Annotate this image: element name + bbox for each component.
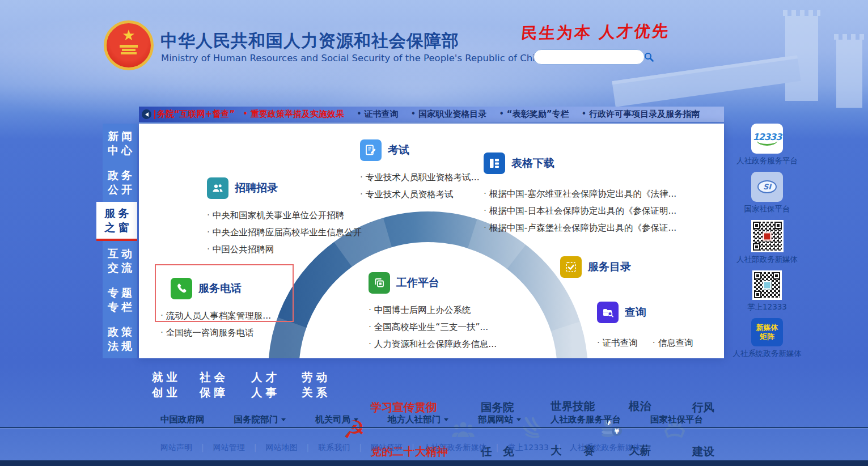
rail-item-new-media-qr[interactable]: 人社部政务新媒体 — [736, 220, 798, 264]
work-platform-icon — [369, 272, 390, 294]
footer-link[interactable]: 网站值班 — [350, 443, 403, 453]
footer-link[interactable]: 网站地图 — [245, 443, 298, 453]
service-link[interactable]: 专业技术人员职业资格考试... — [360, 169, 480, 186]
footer-link[interactable]: 掌上12333 — [487, 443, 549, 453]
great-wall-illustration — [619, 0, 868, 108]
ticker-prev-button[interactable] — [142, 109, 151, 119]
ticker-link[interactable]: “表彰奖励”专栏 — [499, 109, 569, 120]
rail-item-mobile-12333-qr[interactable]: 掌上12333 — [747, 270, 787, 312]
section-title[interactable]: 招聘招录 — [235, 181, 278, 196]
right-rail: 12333 人社政务服务平台 SI 国家社保平台 人社部政务新媒体 掌上1233… — [739, 124, 795, 365]
ticker-link[interactable]: 证书查询 — [357, 109, 399, 120]
section-exams: 考试 专业技术人员职业资格考试...专业技术人员资格考试 — [360, 139, 480, 203]
footer-link[interactable]: 联系我们 — [297, 443, 350, 453]
section-service-phone: 服务电话 流动人员人事档案管理服...全国统一咨询服务电话 — [160, 278, 271, 341]
search-icon[interactable] — [644, 50, 654, 64]
section-title[interactable]: 考试 — [388, 143, 409, 158]
ticker-link[interactable]: 行政许可事项目录及服务指南 — [582, 109, 700, 120]
page: ★ 中华人民共和国人力资源和社会保障部 Ministry of Human Re… — [0, 0, 868, 466]
service-link[interactable]: 证书查询 — [597, 334, 638, 351]
emblem-star-icon: ★ — [122, 27, 135, 44]
section-title[interactable]: 查询 — [625, 305, 646, 320]
left-arrow-icon — [143, 112, 149, 117]
quick-link-labor-relations[interactable]: 劳动 关系 — [302, 370, 327, 400]
section-recruitment: 招聘招录 中央和国家机关事业单位公开招聘中央企业招聘应届高校毕业生信息公开中国公… — [207, 177, 362, 258]
logo-12333[interactable]: 12333 — [751, 124, 783, 154]
service-link[interactable]: 信息查询 — [653, 334, 693, 351]
service-link[interactable]: 中央企业招聘应届高校毕业生信息公开 — [207, 224, 362, 241]
sidebar-item-interaction[interactable]: 互动 交流 — [103, 241, 137, 280]
ticker-link[interactable]: 重要政策举措及实施效果 — [243, 109, 344, 120]
footer-nav-state-council-depts[interactable]: 国务院部门 — [234, 414, 286, 426]
left-nav: 新闻 中心 政务 公开 服务 之窗 互动 交流 专题 专栏 政策 法规 — [96, 124, 137, 358]
new-media-matrix-badge[interactable]: 新媒体 矩阵 — [751, 318, 783, 346]
footer-link[interactable]: 人社部政务新媒体 — [403, 443, 487, 453]
site-subtitle: Ministry of Human Resources and Social S… — [161, 53, 547, 63]
service-link[interactable]: 全国统一咨询服务电话 — [160, 324, 271, 341]
bottom-bar — [0, 460, 868, 466]
footer-nav-local-depts[interactable]: 地方人社部门 — [388, 414, 448, 426]
exam-pen-icon — [360, 139, 382, 161]
logo-si[interactable]: SI — [751, 172, 783, 202]
section-title[interactable]: 工作平台 — [396, 276, 439, 290]
search-box[interactable] — [533, 49, 645, 65]
sidebar-item-gov-affairs[interactable]: 政务 公开 — [103, 163, 137, 202]
national-emblem-logo: ★ — [104, 20, 154, 70]
qr-code[interactable] — [751, 220, 784, 252]
ticker-scrolling-link[interactable]: 务院“互联网+督查” — [157, 109, 235, 120]
table-download-icon — [484, 152, 505, 174]
chevron-down-icon — [354, 418, 358, 423]
section-query: 查询 证书查询信息查询 — [597, 302, 693, 351]
service-link[interactable]: 根据中国-卢森堡社会保障协定出具的《参保证... — [484, 219, 676, 236]
recruit-people-icon — [207, 177, 228, 199]
footer-nav-social-security-platform[interactable]: 国家社保平台 — [650, 414, 703, 426]
query-search-icon — [597, 302, 619, 323]
svg-text:¥: ¥ — [615, 427, 620, 435]
service-link[interactable]: 中国博士后网上办公系统 — [369, 302, 497, 319]
rail-item-service-platform[interactable]: 12333 人社政务服务平台 — [736, 124, 798, 166]
footer-link[interactable]: 网站声明 — [160, 443, 192, 453]
footer-nav-affiliated-sites[interactable]: 部属网站 — [478, 414, 521, 426]
chevron-down-icon — [281, 418, 286, 423]
section-title[interactable]: 表格下载 — [511, 156, 554, 171]
service-link[interactable]: 根据中国-塞尔维亚社会保障协定出具的《法律... — [484, 185, 676, 202]
section-title[interactable]: 服务目录 — [588, 260, 631, 274]
section-work-platform: 工作平台 中国博士后网上办公系统全国高校毕业生“三支一扶”...人力资源和社会保… — [369, 272, 497, 353]
footer-nav: 中国政府网 国务院部门 机关司局 地方人社部门 部属网站 人社政务服务平台 国家… — [160, 414, 703, 426]
sidebar-item-special-topics[interactable]: 专题 专栏 — [103, 280, 137, 319]
quick-link-employment[interactable]: 就业 创业 — [152, 370, 177, 400]
sidebar-item-service-window[interactable]: 服务 之窗 — [96, 202, 137, 241]
service-link[interactable]: 全国高校毕业生“三支一扶”... — [369, 319, 497, 336]
rail-item-media-matrix[interactable]: 新媒体 矩阵 人社系统政务新媒体 — [732, 318, 802, 358]
footer-nav-service-platform[interactable]: 人社政务服务平台 — [551, 414, 621, 426]
qr-code[interactable] — [752, 270, 782, 300]
footer-nav-bureaus[interactable]: 机关司局 — [315, 414, 358, 426]
rail-item-social-security-platform[interactable]: SI 国家社保平台 — [744, 172, 790, 214]
service-link[interactable]: 人力资源和社会保障政务信息... — [369, 336, 497, 353]
quick-link-social-security[interactable]: 社会 保障 — [200, 370, 225, 400]
service-link[interactable]: 根据中国-日本社会保障协定出具的《参保证明... — [484, 202, 676, 219]
service-link[interactable]: 中国公共招聘网 — [207, 241, 362, 258]
phone-icon — [171, 278, 192, 299]
service-window-panel: 招聘招录 中央和国家机关事业单位公开招聘中央企业招聘应届高校毕业生信息公开中国公… — [139, 124, 724, 358]
service-link[interactable]: 流动人员人事档案管理服... — [160, 307, 271, 324]
chevron-down-icon — [516, 418, 521, 423]
chevron-down-icon — [444, 418, 448, 423]
news-ticker: 务院“互联网+督查” 重要政策举措及实施效果证书查询国家职业资格目录“表彰奖励”… — [139, 107, 724, 122]
quick-links-row: 就业 创业 社会 保障 人才 人事 劳动 关系 ☭ 学习宣传贯彻 党的二十大精神 — [0, 367, 868, 405]
section-title[interactable]: 服务电话 — [198, 281, 242, 296]
site-title: 中华人民共和国人力资源和社会保障部 — [160, 29, 459, 53]
ticker-link[interactable]: 国家职业资格目录 — [411, 109, 487, 120]
section-form-downloads: 表格下载 根据中国-塞尔维亚社会保障协定出具的《法律...根据中国-日本社会保障… — [484, 152, 676, 236]
footer-link[interactable]: 网站管理 — [192, 443, 245, 453]
service-link[interactable]: 中央和国家机关事业单位公开招聘 — [207, 207, 362, 224]
service-link[interactable]: 专业技术人员资格考试 — [360, 186, 480, 203]
ticker-item-list: 重要政策举措及实施效果证书查询国家职业资格目录“表彰奖励”专栏行政许可事项目录及… — [243, 109, 700, 120]
sidebar-item-policies[interactable]: 政策 法规 — [103, 319, 137, 358]
sidebar-item-news[interactable]: 新闻 中心 — [103, 124, 137, 163]
section-service-catalog: 服务目录 — [560, 256, 631, 278]
search-input[interactable] — [534, 50, 644, 64]
quick-link-talent[interactable]: 人才 人事 — [251, 370, 277, 400]
footer-link[interactable]: 人社系统政务新媒体 — [549, 443, 641, 453]
footer-nav-gov-portal[interactable]: 中国政府网 — [160, 414, 205, 426]
